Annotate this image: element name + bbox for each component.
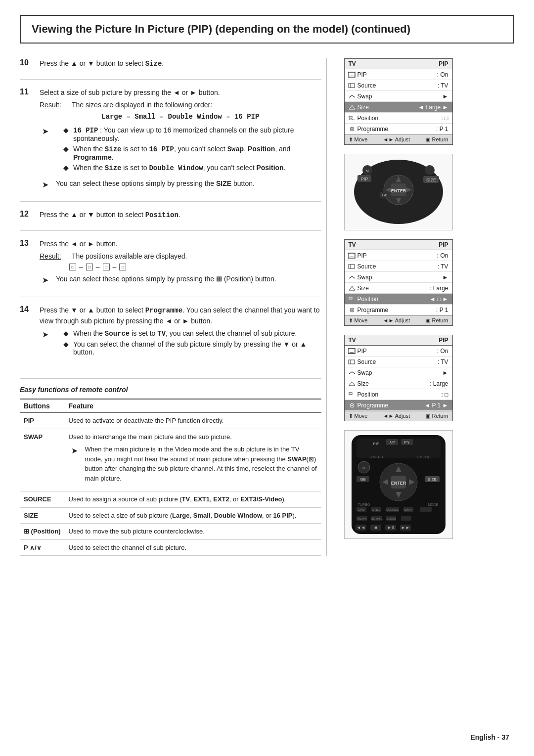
pip-row-2-programme: Programme : P 1 [345, 305, 452, 315]
pip-value-2-programme: : P 1 [436, 307, 448, 313]
feature-table: Buttons Feature PIP Used to activate or … [20, 399, 321, 556]
svg-point-8 [351, 128, 353, 130]
step-14-content: Press the ▼ or ▲ button to select Progra… [40, 305, 321, 363]
pip-row-2-size: Size : Large [345, 283, 452, 294]
button-source: SOURCE [20, 491, 65, 508]
table-row-p: P ∧/∨ Used to select the channel of sub … [20, 539, 321, 556]
svg-text:MODE: MODE [428, 503, 438, 506]
svg-rect-34 [348, 349, 355, 354]
svg-rect-2 [349, 84, 355, 88]
diamond-icon-5: ◆ [63, 340, 70, 348]
pip-box-3: TV PIP PIP : On Source [344, 335, 453, 421]
svg-rect-0 [348, 72, 355, 77]
pip-footer-1-move: ⬆ Move [349, 136, 368, 143]
pip-row-1-position: Position : □ [345, 113, 452, 124]
step-11-content: Select a size of sub picture by pressing… [40, 88, 321, 194]
diamond-icon-3: ◆ [63, 164, 70, 172]
pip-value-2-position: ◄ □ ► [430, 296, 448, 303]
pip-label-2-swap: Swap [357, 274, 443, 281]
pip-value-1-position: : □ [442, 115, 448, 122]
pip-footer-2-move: ⬆ Move [349, 317, 368, 324]
pip-value-3-size: : Large [430, 380, 448, 387]
pip-icon-pos-2 [347, 296, 357, 302]
svg-rect-5 [349, 116, 352, 118]
pip-box-1-header: TV PIP [345, 59, 452, 69]
pos-icon-2: □ [86, 264, 93, 270]
step-14-big-arrow: ➤ ◆ When the Source is set to TV, you ca… [40, 329, 321, 358]
step-14-num: 14 [20, 305, 35, 363]
step-13: 13 Press the ◄ or ► button. Result: The … [20, 239, 321, 297]
pip-row-2-pip: PIP : On [345, 250, 452, 261]
pip-label-2-position: Position [357, 296, 430, 303]
step-11-result: Result: The sizes are displayed in the f… [40, 101, 321, 109]
pip-header-pip-2: PIP [439, 241, 448, 248]
step-10-content: Press the ▲ or ▼ button to select Size. [40, 58, 321, 72]
table-row-position: ⊞ (Position) Used to move the sub pictur… [20, 524, 321, 540]
pip-label-2-pip: PIP [357, 252, 437, 259]
feature-p: Used to select the channel of sub pictur… [65, 539, 321, 556]
pip-value-1-swap: ► [443, 93, 448, 100]
svg-point-23 [425, 165, 435, 175]
svg-marker-38 [349, 382, 355, 386]
pip-row-3-source: Source : TV [345, 356, 452, 367]
pip-row-2-swap: Swap ► [345, 272, 452, 283]
note-source-tv: ◆ When the Source is set to TV, you can … [56, 329, 321, 338]
pip-label-2-programme: Programme [357, 307, 437, 313]
note-channel-select-text: You can select the channel of the sub pi… [73, 340, 321, 356]
pip-label-1-swap: Swap [357, 93, 443, 100]
swap-note-text: When the main picture is in the Video mo… [85, 445, 317, 483]
remote-1: ENTER SIZE PIP M [344, 154, 453, 230]
pip-value-1-size: ◄ Large ► [418, 104, 448, 111]
pip-icon-prog-2 [347, 307, 357, 313]
pip-value-3-source: : TV [438, 358, 448, 365]
pip-box-1-footer: ⬆ Move ◄► Adjust ▣ Return [345, 134, 452, 144]
svg-text:SWAP: SWAP [404, 508, 412, 511]
pip-icon-swap-1 [347, 93, 357, 99]
svg-rect-36 [349, 360, 355, 364]
swap-note: ➤ When the main picture is in the Video … [69, 445, 317, 483]
pip-footer-1-return: ▣ Return [425, 136, 448, 143]
svg-rect-1 [350, 76, 354, 76]
diamond-icon: ◆ [63, 126, 70, 134]
pip-value-1-pip: : On [437, 71, 448, 78]
result-label-11: Result: [40, 101, 67, 109]
pip-icon-swap-2 [347, 274, 357, 280]
result-text-13: The positions available are displayed. [72, 252, 187, 260]
feature-position: Used to move the sub picture countercloc… [65, 524, 321, 540]
pip-label-3-pip: PIP [357, 348, 437, 355]
right-column: TV PIP PIP : On Source [342, 58, 515, 556]
step-12-text: Press the ▲ or ▼ button to select Positi… [40, 210, 321, 221]
remote-2: PIP ∧P P∨ S.MENU S.MODE ENTER [344, 430, 453, 539]
table-row-swap: SWAP Used to interchange the main pictur… [20, 429, 321, 491]
svg-text:►II: ►II [387, 525, 394, 530]
pip-label-3-position: Position [357, 391, 442, 398]
pip-icon-pos-3 [347, 392, 357, 398]
feature-source: Used to assign a source of sub picture (… [65, 491, 321, 508]
step-12-content: Press the ▲ or ▼ button to select Positi… [40, 210, 321, 223]
step-12-num: 12 [20, 210, 35, 223]
pip-footer-3-move: ⬆ Move [349, 413, 368, 419]
col-feature: Feature [65, 399, 321, 413]
pip-box-3-footer: ⬆ Move ◄► Adjust ▣ Return [345, 411, 452, 421]
left-column: 10 Press the ▲ or ▼ button to select Siz… [20, 58, 327, 556]
step-14: 14 Press the ▼ or ▲ button to select Pro… [20, 305, 321, 370]
swap-arrow-sym: ➤ [71, 445, 81, 457]
pip-icon-source-3 [347, 359, 357, 365]
step-13-result: Result: The positions available are disp… [40, 252, 321, 260]
svg-text:SIZE: SIZE [428, 477, 437, 482]
pip-row-1-size: Size ◄ Large ► [345, 102, 452, 113]
pip-header-tv-3: TV [349, 337, 356, 344]
big-arrow-symbol-3: ➤ [42, 275, 52, 285]
svg-text:SOURCE: SOURCE [386, 508, 399, 511]
pip-row-2-position: Position ◄ □ ► [345, 294, 452, 305]
pip-row-3-size: Size : Large [345, 378, 452, 389]
svg-marker-30 [349, 286, 355, 290]
svg-text:S.MODE: S.MODE [416, 455, 430, 459]
remote-svg-2: PIP ∧P P∨ S.MENU S.MODE ENTER [347, 433, 450, 536]
pip-row-1-swap: Swap ► [345, 91, 452, 102]
pip-footer-1-adjust: ◄► Adjust [383, 136, 410, 143]
step-11-size-button-note: ➤ You can select these options simply by… [40, 179, 321, 189]
pip-box-2: TV PIP PIP : On Source [344, 239, 453, 326]
pip-menu-2: TV PIP PIP : On Source [344, 239, 515, 326]
svg-text:TURBO: TURBO [357, 503, 370, 506]
